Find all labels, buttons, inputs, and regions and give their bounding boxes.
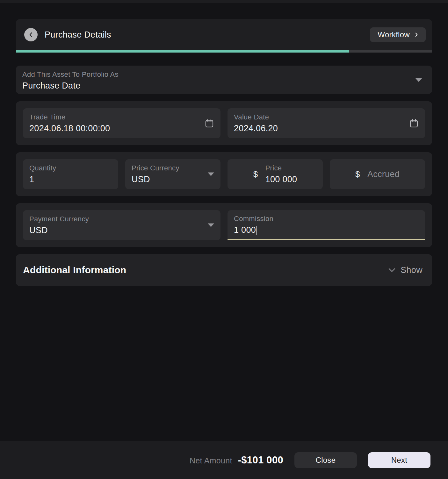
value-date-field[interactable]: Value Date 2024.06.20: [228, 108, 425, 138]
chevron-right-icon: [414, 32, 419, 38]
dates-row: Trade Time 2024.06.18 00:00:00 Value Dat…: [16, 101, 432, 145]
quantity-field[interactable]: Quantity 1: [23, 159, 118, 189]
payment-currency-value: USD: [29, 225, 214, 235]
purchase-details-form: Purchase Details Workflow Add This Asset…: [0, 19, 448, 286]
price-value: 100 000: [265, 175, 297, 184]
accrued-field[interactable]: $ Accrued: [330, 159, 425, 189]
top-strip: [0, 0, 448, 3]
caret-down-icon: [415, 78, 422, 82]
text-cursor: [257, 226, 257, 235]
net-amount: Net Amount -$101 000: [190, 454, 283, 466]
payment-row: Payment Currency USD Commission 1 000: [16, 203, 432, 247]
progress-fill: [16, 50, 349, 53]
chevron-left-icon: [28, 32, 34, 38]
dollar-sign-icon: $: [355, 169, 361, 179]
price-currency-value: USD: [132, 175, 214, 184]
calendar-icon[interactable]: [409, 118, 419, 128]
commission-value: 1 000: [234, 225, 419, 235]
caret-down-icon: [208, 224, 214, 227]
workflow-button[interactable]: Workflow: [370, 27, 426, 42]
footer-bar: Net Amount -$101 000 Close Next: [0, 441, 448, 479]
trade-time-field[interactable]: Trade Time 2024.06.18 00:00:00: [23, 108, 220, 138]
show-toggle-label: Show: [401, 265, 423, 275]
price-currency-label: Price Currency: [132, 164, 214, 172]
commission-field[interactable]: Commission 1 000: [228, 210, 425, 240]
portfolio-as-dropdown[interactable]: Add This Asset To Portfolio As Purchase …: [16, 66, 432, 94]
caret-down-icon: [208, 173, 214, 176]
show-toggle-button[interactable]: Show: [388, 265, 423, 275]
quantity-label: Quantity: [29, 164, 112, 172]
price-currency-select[interactable]: Price Currency USD: [125, 159, 220, 189]
trade-time-label: Trade Time: [29, 113, 214, 121]
next-button[interactable]: Next: [368, 452, 430, 468]
payment-currency-label: Payment Currency: [29, 215, 214, 223]
price-field[interactable]: $ Price 100 000: [228, 159, 323, 189]
dollar-sign-icon: $: [253, 169, 259, 179]
accrued-placeholder: Accrued: [367, 169, 400, 179]
back-button[interactable]: [24, 28, 38, 41]
value-date-label: Value Date: [234, 113, 419, 121]
close-button[interactable]: Close: [294, 452, 357, 468]
portfolio-as-value: Purchase Date: [22, 81, 119, 91]
commission-label: Commission: [234, 215, 419, 223]
price-row: Quantity 1 Price Currency USD $ Price 10…: [16, 152, 432, 196]
payment-currency-select[interactable]: Payment Currency USD: [23, 210, 220, 240]
portfolio-as-label: Add This Asset To Portfolio As: [22, 70, 119, 79]
value-date-value: 2024.06.20: [234, 124, 419, 133]
progress-bar: [16, 50, 432, 53]
additional-information-title: Additional Information: [23, 265, 126, 275]
additional-information-section: Additional Information Show: [16, 254, 432, 286]
header: Purchase Details Workflow: [16, 19, 432, 53]
price-label: Price: [265, 164, 297, 172]
chevron-down-icon: [388, 268, 395, 272]
net-amount-value: -$101 000: [238, 454, 283, 466]
quantity-value: 1: [29, 175, 112, 184]
workflow-button-label: Workflow: [378, 30, 410, 39]
page-title: Purchase Details: [45, 30, 111, 40]
calendar-icon[interactable]: [205, 118, 214, 128]
net-amount-label: Net Amount: [190, 456, 232, 465]
trade-time-value: 2024.06.18 00:00:00: [29, 124, 214, 133]
